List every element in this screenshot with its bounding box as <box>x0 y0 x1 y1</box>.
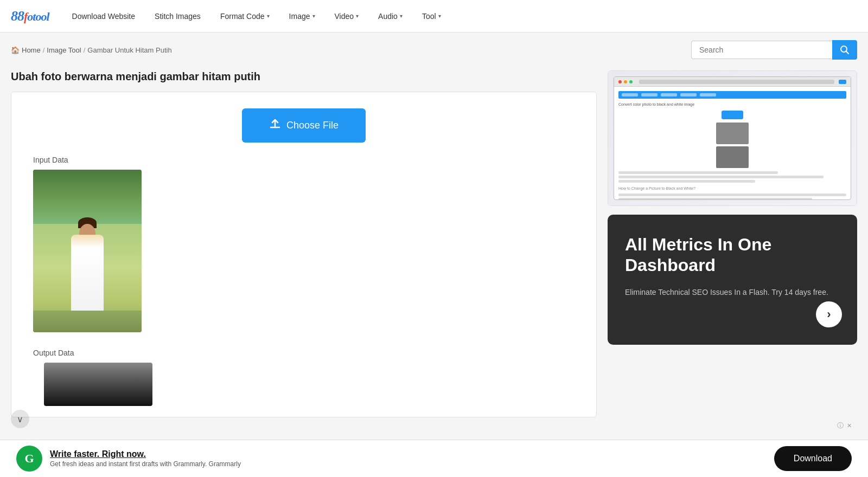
breadcrumb-sep2: / <box>84 46 86 54</box>
chevron-down-icon: ∨ <box>17 414 23 424</box>
site-logo[interactable]: 88fotool <box>11 8 49 24</box>
search-bar <box>691 40 857 60</box>
search-button[interactable] <box>832 40 857 60</box>
svg-line-1 <box>846 51 849 54</box>
fake-browser: Convert color photo to black and white i… <box>614 76 851 200</box>
close-icon[interactable]: ✕ <box>847 422 852 428</box>
info-icon[interactable]: ⓘ <box>837 421 844 428</box>
chevron-right-icon: › <box>827 307 831 321</box>
breadcrumb: 🏠 Home / Image Tool / Gambar Untuk Hitam… <box>11 46 172 54</box>
input-data-label: Input Data <box>33 156 68 164</box>
sidebar-preview-card: Convert color photo to black and white i… <box>608 70 857 206</box>
left-content: Ubah foto berwarna menjadi gambar hitam … <box>11 70 597 417</box>
chevron-down-icon: ▾ <box>400 13 403 19</box>
nav-video[interactable]: Video ▾ <box>327 8 367 25</box>
input-image <box>33 170 142 332</box>
navbar: 88fotool Download Website Stitch Images … <box>0 0 868 33</box>
ad-subtitle: Eliminate Technical SEO Issues In a Flas… <box>625 287 840 298</box>
nav-tool-label: Tool <box>422 12 436 21</box>
choose-file-button[interactable]: Choose File <box>242 108 366 143</box>
right-sidebar: Convert color photo to black and white i… <box>608 70 857 417</box>
tool-card: Choose File Input Data <box>11 92 597 417</box>
nav-audio-label: Audio <box>378 12 398 21</box>
ad-info-row: ⓘ ✕ <box>837 421 852 428</box>
nav-image-label: Image <box>289 12 310 21</box>
search-icon <box>840 45 850 55</box>
fake-browser-bar <box>614 77 851 87</box>
person-photo <box>33 170 142 332</box>
nav-stitch-images-label: Stitch Images <box>155 12 201 21</box>
main-layout: Ubah foto berwarna menjadi gambar hitam … <box>0 65 868 428</box>
home-icon: 🏠 <box>11 46 20 54</box>
search-input[interactable] <box>691 41 832 59</box>
ad-title: All Metrics In One Dashboard <box>625 234 840 276</box>
output-image <box>44 363 152 406</box>
breadcrumb-row: 🏠 Home / Image Tool / Gambar Untuk Hitam… <box>0 33 868 65</box>
nav-format-code-label: Format Code <box>220 12 265 21</box>
nav-image[interactable]: Image ▾ <box>282 8 323 25</box>
nav-stitch-images[interactable]: Stitch Images <box>147 8 208 25</box>
ad-next-button[interactable]: › <box>816 301 842 327</box>
nav-download-website[interactable]: Download Website <box>65 8 143 25</box>
nav-video-label: Video <box>335 12 354 21</box>
preview-inner: Convert color photo to black and white i… <box>608 71 857 205</box>
chevron-down-icon: ▾ <box>356 13 359 19</box>
nav-tool[interactable]: Tool ▾ <box>414 8 449 25</box>
chevron-down-icon: ▾ <box>312 13 315 19</box>
chevron-down-icon: ▾ <box>267 13 270 19</box>
output-data-label: Output Data <box>33 349 74 357</box>
breadcrumb-sep1: / <box>43 46 45 54</box>
breadcrumb-section[interactable]: Image Tool <box>47 46 81 54</box>
upload-icon <box>269 118 281 133</box>
breadcrumb-current: Gambar Untuk Hitam Putih <box>87 46 171 54</box>
nav-format-code[interactable]: Format Code ▾ <box>213 8 277 25</box>
breadcrumb-home[interactable]: Home <box>22 46 41 54</box>
ad-card: All Metrics In One Dashboard Eliminate T… <box>608 215 857 345</box>
scroll-down-indicator[interactable]: ∨ <box>11 410 29 428</box>
nav-download-website-label: Download Website <box>72 12 135 21</box>
nav-audio[interactable]: Audio ▾ <box>371 8 410 25</box>
choose-file-label: Choose File <box>286 120 339 131</box>
page-title: Ubah foto berwarna menjadi gambar hitam … <box>11 70 597 83</box>
chevron-down-icon: ▾ <box>438 13 441 19</box>
